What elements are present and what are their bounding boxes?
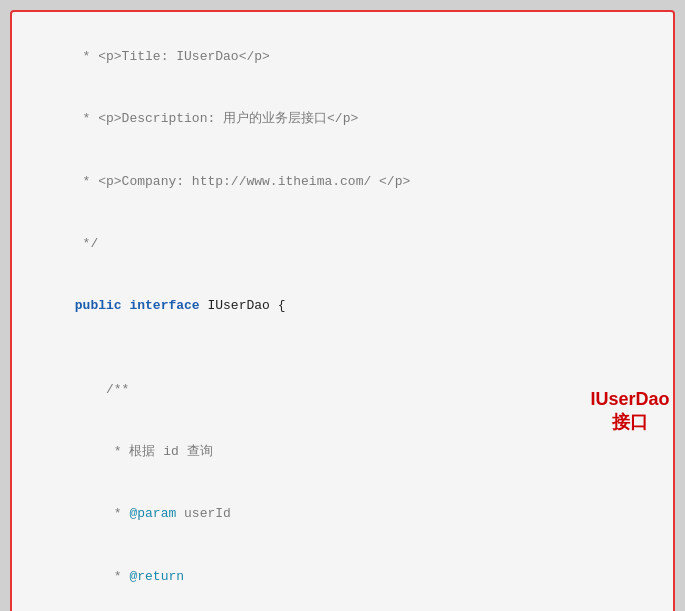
code-line: public interface IUserDao {: [28, 276, 572, 338]
interface-panel: * <p>Title: IUserDao</p> * <p>Descriptio…: [10, 10, 675, 611]
code-line: * 根据 id 查询: [28, 421, 572, 483]
panel1-label: IUserDao接口: [585, 387, 675, 434]
code-line: * <p>Company: http://www.itheima.com/ </…: [28, 151, 572, 213]
code-line: * <p>Title: IUserDao</p>: [28, 26, 572, 88]
code-line: * @return: [28, 546, 572, 608]
code-line: * <p>Description: 用户的业务层接口</p>: [28, 88, 572, 150]
code-line: */: [28, 213, 572, 275]
interface-code: * <p>Title: IUserDao</p> * <p>Descriptio…: [28, 26, 657, 611]
code-line: [28, 338, 572, 359]
code-line: /**: [28, 359, 572, 421]
code-line: * @param userId: [28, 484, 572, 546]
